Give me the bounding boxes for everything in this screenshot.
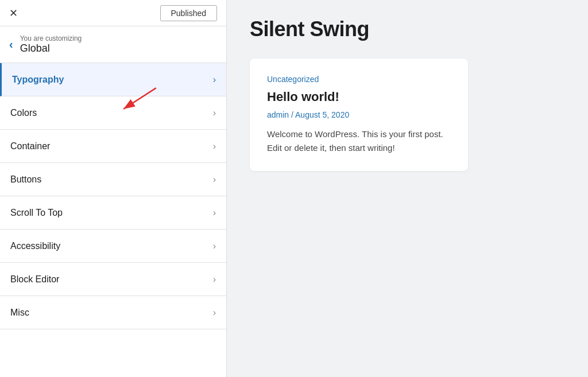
menu-item-label: Accessibility [10, 241, 60, 251]
sidebar-item-buttons[interactable]: Buttons › [0, 163, 226, 196]
chevron-right-icon: › [213, 308, 216, 318]
chevron-right-icon: › [213, 208, 216, 218]
chevron-right-icon: › [213, 241, 216, 251]
main-content: Silent Swing Uncategorized Hello world! … [227, 0, 588, 377]
post-meta: admin / August 5, 2020 [267, 110, 451, 119]
customizing-scope: Global [20, 42, 82, 55]
published-button[interactable]: Published [160, 5, 218, 21]
close-icon[interactable]: ✕ [9, 7, 18, 20]
customizing-label: You are customizing [20, 34, 82, 42]
post-card: Uncategorized Hello world! admin / Augus… [250, 59, 468, 171]
post-category: Uncategorized [267, 75, 451, 84]
menu-item-label: Colors [10, 108, 37, 118]
page-title: Silent Swing [250, 17, 565, 41]
sidebar-header: ‹ You are customizing Global [0, 26, 226, 63]
sidebar-item-block-editor[interactable]: Block Editor › [0, 263, 226, 296]
sidebar-item-typography[interactable]: Typography › [0, 63, 226, 96]
sidebar-item-colors[interactable]: Colors › [0, 96, 226, 130]
post-excerpt: Welcome to WordPress. This is your first… [267, 127, 451, 155]
chevron-right-icon: › [213, 274, 216, 285]
sidebar-item-misc[interactable]: Misc › [0, 296, 226, 329]
post-title: Hello world! [267, 90, 451, 104]
chevron-right-icon: › [213, 108, 216, 118]
chevron-right-icon: › [213, 141, 216, 151]
menu-item-label: Misc [10, 308, 29, 318]
menu-item-label: Container [10, 141, 50, 151]
sidebar-item-accessibility[interactable]: Accessibility › [0, 230, 226, 263]
back-arrow-icon[interactable]: ‹ [9, 38, 13, 51]
sidebar-item-scroll-to-top[interactable]: Scroll To Top › [0, 196, 226, 230]
sidebar-top-bar: ✕ Published [0, 0, 226, 26]
menu-item-label: Block Editor [10, 274, 59, 285]
chevron-right-icon: › [213, 75, 216, 85]
sidebar-item-container[interactable]: Container › [0, 130, 226, 163]
sidebar-header-text: You are customizing Global [20, 34, 82, 55]
menu-item-label: Typography [12, 75, 64, 85]
menu-item-label: Scroll To Top [10, 208, 63, 218]
sidebar: ✕ Published ‹ You are customizing Global… [0, 0, 227, 377]
chevron-right-icon: › [213, 174, 216, 185]
menu-item-label: Buttons [10, 174, 41, 185]
